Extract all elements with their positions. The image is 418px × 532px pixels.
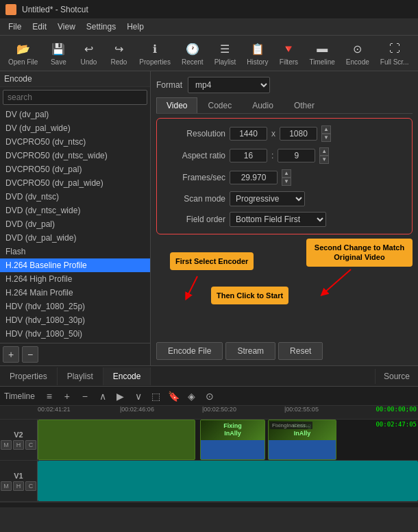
field-order-select[interactable]: Bottom Field First (230, 212, 326, 227)
scan-label: Scan mode (164, 194, 225, 204)
menu-file[interactable]: File (3, 21, 27, 34)
encoder-search-input[interactable] (3, 90, 147, 105)
track-v1-hide-button[interactable]: H (13, 481, 24, 491)
format-select[interactable]: mp4 (188, 77, 270, 93)
clip-text: FixingInAlly (223, 422, 242, 437)
track-v2-clip-1[interactable] (38, 420, 195, 460)
list-item[interactable]: DVCPRO50 (dv_pal_wide) (0, 176, 150, 190)
track-v2-hide-button[interactable]: H (13, 440, 24, 450)
fps-up-btn[interactable]: ▲ (282, 169, 291, 178)
svg-line-1 (187, 276, 197, 297)
fps-down-btn[interactable]: ▼ (282, 178, 291, 186)
tl-ripple-button[interactable]: ◈ (184, 389, 199, 404)
resolution-up-btn[interactable]: ▲ (321, 125, 331, 134)
menu-edit[interactable]: Edit (27, 21, 52, 34)
encoder-items-list: DV (dv_pal) DV (dv_pal_wide) DVCPRO50 (d… (0, 108, 150, 343)
tl-add-button[interactable]: + (60, 389, 75, 404)
menu-settings[interactable]: Settings (81, 21, 121, 34)
encode-button[interactable]: ⊙ Encode (342, 38, 373, 68)
source-button[interactable]: Source (375, 369, 418, 384)
aspect-height-input[interactable] (278, 149, 315, 162)
track-v1-clip-1[interactable] (38, 461, 418, 501)
tab-encode[interactable]: Encode (103, 367, 151, 385)
timeline-button[interactable]: ▬ Timeline (305, 38, 339, 68)
tab-playlist[interactable]: Playlist (58, 367, 103, 385)
fps-input[interactable] (230, 171, 278, 184)
list-item[interactable]: DVD (dv_pal_wide) (0, 231, 150, 245)
resolution-label: Resolution (164, 129, 225, 138)
redo-label: Redo (110, 58, 127, 66)
properties-button[interactable]: ℹ Properties (135, 38, 175, 68)
tl-menu-button[interactable]: ≡ (42, 389, 57, 404)
redo-button[interactable]: ↪ Redo (105, 38, 132, 68)
tab-audio[interactable]: Audio (242, 97, 284, 113)
tab-video[interactable]: Video (156, 97, 197, 113)
list-item[interactable]: DVD (dv_ntsc) (0, 190, 150, 204)
stream-button[interactable]: Stream (225, 342, 275, 360)
app-icon (5, 4, 16, 15)
tab-codec[interactable]: Codec (197, 97, 242, 113)
undo-button[interactable]: ↩ Undo (75, 38, 102, 68)
track-v1: V1 M H C (0, 461, 418, 502)
encode-file-button[interactable]: Encode File (156, 342, 223, 360)
list-item[interactable]: Flash (0, 245, 150, 258)
aspect-width-input[interactable] (230, 149, 267, 162)
horizontal-scrollbar[interactable] (0, 502, 418, 507)
list-item[interactable]: DV (dv_pal_wide) (0, 121, 150, 135)
list-item[interactable]: DVCPRO50 (dv_ntsc_wide) (0, 149, 150, 162)
resolution-down-btn[interactable]: ▼ (321, 134, 331, 142)
tl-snap-button[interactable]: 🔖 (167, 389, 182, 404)
fps-spinner: ▲ ▼ (282, 169, 291, 186)
list-item-selected[interactable]: H.264 Baseline Profile (0, 258, 150, 272)
clip-access-label: FixingInacess... (270, 422, 312, 429)
tl-grid-button[interactable]: ⬚ (149, 389, 164, 404)
aspect-up-btn[interactable]: ▲ (319, 147, 329, 156)
resolution-width-input[interactable] (230, 127, 267, 141)
recent-button[interactable]: 🕐 Recent (177, 38, 208, 68)
aspect-down-btn[interactable]: ▼ (319, 156, 329, 164)
list-item[interactable]: DVCPRO50 (dv_pal) (0, 162, 150, 176)
tl-down-button[interactable]: ∨ (131, 389, 146, 404)
timeline-tracks: V2 M H C FixingInAlly (0, 420, 418, 502)
track-v1-lock-button[interactable]: C (25, 481, 36, 491)
tl-up-button[interactable]: ∧ (95, 389, 110, 404)
redo-icon: ↪ (110, 40, 127, 57)
menu-view[interactable]: View (52, 21, 81, 34)
list-item[interactable]: HDV (hdv_1080_30p) (0, 313, 150, 327)
aspect-label: Aspect ratio (164, 151, 225, 160)
reset-button[interactable]: Reset (278, 342, 323, 360)
tab-other[interactable]: Other (284, 97, 325, 113)
playlist-button[interactable]: ☰ Playlist (210, 38, 241, 68)
list-item[interactable]: HDV (hdv_1080_50i) (0, 327, 150, 341)
track-v1-mute-button[interactable]: M (1, 481, 12, 491)
remove-encoder-button[interactable]: − (22, 346, 38, 363)
scan-mode-select[interactable]: Progressive (230, 191, 305, 206)
add-encoder-button[interactable]: + (3, 346, 19, 363)
track-v2-mute-button[interactable]: M (1, 440, 12, 450)
history-button[interactable]: 📋 History (243, 38, 272, 68)
fullscreen-button[interactable]: ⛶ Full Scr... (376, 38, 413, 68)
list-item[interactable]: DV (dv_pal) (0, 108, 150, 121)
aspect-ratio-row: Aspect ratio : ▲ ▼ (164, 147, 405, 164)
tl-loop-button[interactable]: ⊙ (202, 389, 217, 404)
save-button[interactable]: 💾 Save (45, 38, 72, 68)
track-v2-lock-button[interactable]: C (25, 440, 36, 450)
tl-remove-button[interactable]: − (77, 389, 93, 404)
track-v2-clip-2[interactable]: FixingInAlly (200, 420, 265, 460)
scan-mode-row: Scan mode Progressive (164, 191, 405, 206)
list-item[interactable]: H.264 Main Profile (0, 286, 150, 300)
resolution-height-input[interactable] (280, 127, 317, 141)
tl-next-button[interactable]: ▶ (113, 389, 128, 404)
list-item[interactable]: H.264 High Profile (0, 272, 150, 286)
list-item[interactable]: DVCPRO50 (dv_ntsc) (0, 135, 150, 149)
tab-properties[interactable]: Properties (0, 367, 58, 385)
aspect-spinner: ▲ ▼ (319, 147, 329, 164)
list-item[interactable]: HDV (hdv_1080_25p) (0, 300, 150, 313)
list-item[interactable]: DVD (dv_pal) (0, 217, 150, 231)
filters-button[interactable]: 🔻 Filters (275, 38, 302, 68)
menu-help[interactable]: Help (121, 21, 149, 34)
track-v2-clip-3[interactable]: FixingInacess... FixingInAlly (268, 420, 336, 460)
list-item[interactable]: DVD (dv_ntsc_wide) (0, 204, 150, 217)
save-label: Save (51, 58, 66, 66)
open-file-button[interactable]: 📂 Open File (4, 38, 42, 68)
